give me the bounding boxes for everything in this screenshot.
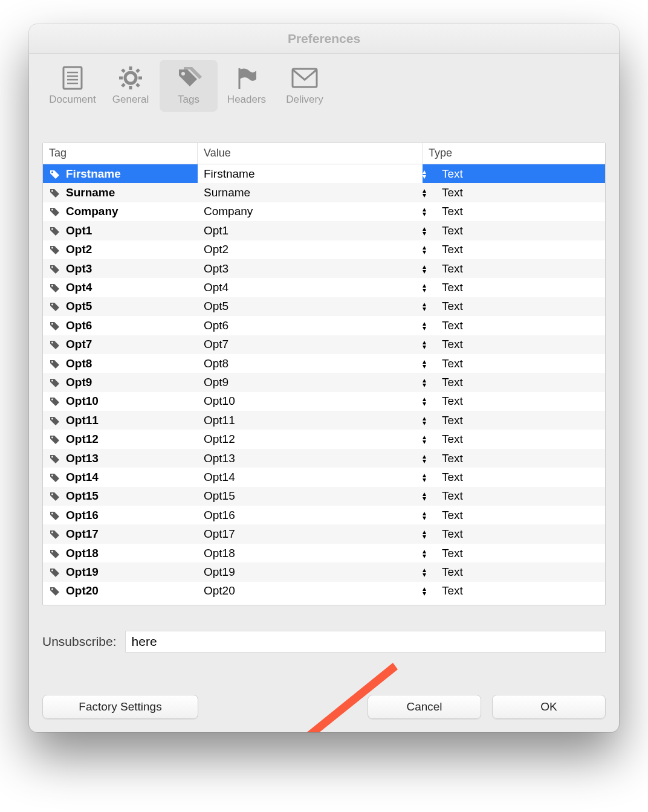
table-row[interactable]: Opt3 Opt3 ▴▾ Text [43,259,605,278]
value-cell[interactable]: Opt7 [198,335,423,354]
type-cell[interactable]: ▴▾ Text [423,221,605,240]
type-cell[interactable]: ▴▾ Text [423,335,605,354]
value-cell[interactable]: Opt2 [198,240,423,259]
svg-point-17 [51,171,53,173]
table-row[interactable]: Opt19 Opt19 ▴▾ Text [43,562,605,581]
table-row[interactable]: Opt6 Opt6 ▴▾ Text [43,316,605,335]
table-row[interactable]: Opt4 Opt4 ▴▾ Text [43,278,605,297]
type-cell[interactable]: ▴▾ Text [423,278,605,297]
value-cell[interactable]: Opt14 [198,468,423,486]
value-cell[interactable]: Opt9 [198,373,423,392]
value-cell[interactable]: Opt13 [198,449,423,468]
ok-button[interactable]: OK [492,695,606,719]
svg-point-39 [51,588,53,590]
value-cell[interactable]: Opt4 [198,278,423,297]
value-cell[interactable]: Opt17 [198,524,423,543]
table-row[interactable]: Opt2 Opt2 ▴▾ Text [43,240,605,259]
table-row[interactable]: Opt11 Opt11 ▴▾ Text [43,411,605,430]
tab-delivery[interactable]: Delivery [276,60,334,112]
value-cell[interactable]: Opt1 [198,221,423,240]
value-cell[interactable]: Opt3 [198,259,423,278]
type-cell[interactable]: ▴▾ Text [423,354,605,373]
svg-line-10 [122,69,125,72]
table-row[interactable]: Opt20 Opt20 ▴▾ Text [43,582,605,601]
tag-cell: Opt18 [43,544,198,562]
table-row[interactable]: Opt16 Opt16 ▴▾ Text [43,506,605,524]
value-cell[interactable]: Opt18 [198,544,423,562]
tab-headers[interactable]: Headers [218,60,276,112]
table-row[interactable]: Opt13 Opt13 ▴▾ Text [43,449,605,468]
type-cell[interactable]: ▴▾ Text [423,297,605,316]
tab-tags[interactable]: Tags [160,60,218,112]
table-row[interactable]: Opt14 Opt14 ▴▾ Text [43,468,605,486]
value-cell[interactable]: Opt10 [198,392,423,411]
table-row[interactable]: Firstname Firstname ▴▾ Text [43,164,605,183]
value-cell[interactable]: Opt5 [198,297,423,316]
tag-name: Opt10 [66,395,99,408]
type-value: Text [442,566,463,579]
table-row[interactable]: Opt8 Opt8 ▴▾ Text [43,354,605,373]
tab-document[interactable]: Document [44,60,102,112]
tab-general[interactable]: General [102,60,160,112]
value-text: Opt10 [204,395,235,408]
type-cell[interactable]: ▴▾ Text [423,487,605,506]
tag-cell: Opt7 [43,335,198,354]
value-cell[interactable]: Opt16 [198,506,423,524]
type-cell[interactable]: ▴▾ Text [423,506,605,524]
table-row[interactable]: Company Company ▴▾ Text [43,202,605,221]
table-row[interactable]: Opt5 Opt5 ▴▾ Text [43,297,605,316]
value-text: Opt1 [204,224,228,237]
type-cell[interactable]: ▴▾ Text [423,164,605,183]
value-cell[interactable]: Opt12 [198,430,423,448]
factory-settings-button[interactable]: Factory Settings [42,695,198,719]
value-cell[interactable]: Opt6 [198,316,423,335]
type-cell[interactable]: ▴▾ Text [423,411,605,430]
type-cell[interactable]: ▴▾ Text [423,373,605,392]
value-cell[interactable]: Opt11 [198,411,423,430]
updown-icon: ▴▾ [423,511,426,520]
column-tag[interactable]: Tag [43,143,198,164]
value-cell[interactable]: Opt8 [198,354,423,373]
table-row[interactable]: Opt18 Opt18 ▴▾ Text [43,544,605,562]
value-cell[interactable]: Company [198,202,423,221]
table-row[interactable]: Opt15 Opt15 ▴▾ Text [43,487,605,506]
table-row[interactable]: Opt9 Opt9 ▴▾ Text [43,373,605,392]
type-cell[interactable]: ▴▾ Text [423,240,605,259]
svg-point-18 [51,190,53,192]
type-cell[interactable]: ▴▾ Text [423,316,605,335]
type-cell[interactable]: ▴▾ Text [423,524,605,543]
value-cell[interactable]: Opt15 [198,487,423,506]
column-value[interactable]: Value [198,143,423,164]
table-row[interactable]: Opt1 Opt1 ▴▾ Text [43,221,605,240]
tag-cell: Opt16 [43,506,198,524]
tag-icon [49,339,61,350]
table-row[interactable]: Opt12 Opt12 ▴▾ Text [43,430,605,448]
type-cell[interactable]: ▴▾ Text [423,544,605,562]
type-cell[interactable]: ▴▾ Text [423,449,605,468]
type-cell[interactable]: ▴▾ Text [423,392,605,411]
type-cell[interactable]: ▴▾ Text [423,259,605,278]
value-cell[interactable]: Surname [198,183,423,202]
value-cell[interactable]: Firstname [198,164,423,183]
type-cell[interactable]: ▴▾ Text [423,202,605,221]
table-row[interactable]: Surname Surname ▴▾ Text [43,183,605,202]
type-cell[interactable]: ▴▾ Text [423,582,605,601]
svg-point-23 [51,285,53,286]
type-cell[interactable]: ▴▾ Text [423,430,605,448]
type-cell[interactable]: ▴▾ Text [423,562,605,581]
type-cell[interactable]: ▴▾ Text [423,468,605,486]
unsubscribe-input[interactable] [125,631,606,652]
tag-cell: Opt13 [43,449,198,468]
value-cell[interactable]: Opt20 [198,582,423,601]
table-row[interactable]: Opt17 Opt17 ▴▾ Text [43,524,605,543]
tag-icon [49,396,61,407]
cancel-button[interactable]: Cancel [368,695,481,719]
value-cell[interactable]: Opt19 [198,562,423,581]
table-row[interactable]: Opt7 Opt7 ▴▾ Text [43,335,605,354]
tag-name: Surname [66,186,115,199]
value-text: Opt8 [204,357,228,370]
svg-point-28 [51,379,53,381]
type-cell[interactable]: ▴▾ Text [423,183,605,202]
column-type[interactable]: Type [423,143,605,164]
table-row[interactable]: Opt10 Opt10 ▴▾ Text [43,392,605,411]
